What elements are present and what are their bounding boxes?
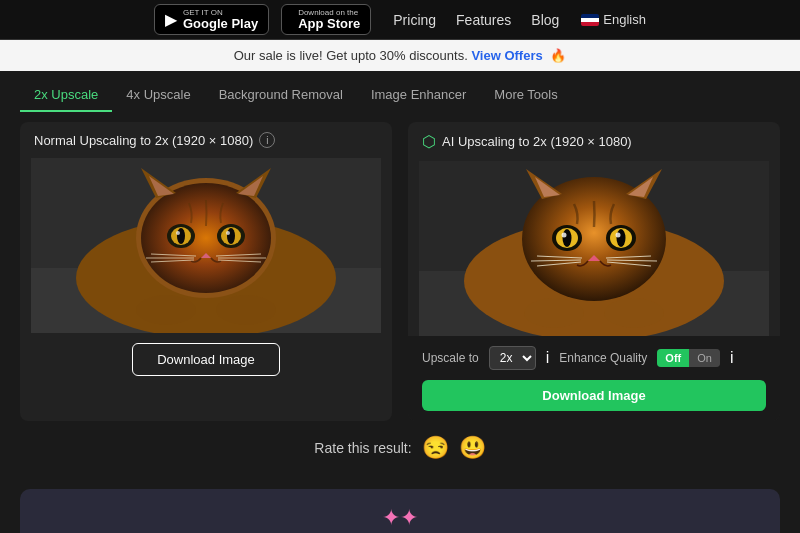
svg-point-4 (141, 183, 271, 293)
svg-point-39 (617, 229, 626, 247)
left-cat-image (20, 158, 392, 333)
google-play-button[interactable]: ▶ GET IT ON Google Play (154, 4, 269, 35)
nav-links: Pricing Features Blog (393, 12, 559, 28)
bulk-banner: ✦✦ Want to Upscale Images in bulk? Get E… (20, 489, 780, 533)
sad-rating-button[interactable]: 😒 (422, 435, 449, 461)
app-store-button[interactable]: Download on the App Store (281, 4, 371, 35)
svg-point-15 (176, 231, 180, 235)
right-download-button[interactable]: Download Image (422, 380, 766, 411)
google-play-icon: ▶ (165, 10, 177, 29)
svg-point-49 (524, 298, 584, 328)
toggle-on-label[interactable]: On (689, 349, 720, 367)
left-download-button[interactable]: Download Image (132, 343, 280, 376)
nav-pricing[interactable]: Pricing (393, 12, 436, 28)
left-cat-svg (20, 158, 392, 333)
controls-row: Upscale to 2x 4x i Enhance Quality Off O… (422, 346, 766, 370)
comparison-grid: Normal Upscaling to 2x (1920 × 1080) i (20, 122, 780, 421)
enhance-label: Enhance Quality (559, 351, 647, 365)
tab-4x-upscale[interactable]: 4x Upscale (112, 81, 204, 112)
tab-enhancer[interactable]: Image Enhancer (357, 81, 480, 112)
nav-blog[interactable]: Blog (531, 12, 559, 28)
google-play-label: Google Play (183, 17, 258, 30)
svg-point-50 (604, 298, 664, 328)
svg-point-14 (227, 228, 235, 244)
flag-icon (581, 14, 599, 26)
ai-upscale-panel: ⬡ AI Upscaling to 2x (1920 × 1080) (408, 122, 780, 421)
right-panel-header: ⬡ AI Upscaling to 2x (1920 × 1080) (408, 122, 780, 161)
left-panel-title: Normal Upscaling to 2x (1920 × 1080) (34, 133, 253, 148)
right-cat-image (408, 161, 780, 336)
svg-point-38 (563, 229, 572, 247)
navbar: ▶ GET IT ON Google Play Download on the … (0, 0, 800, 40)
svg-point-25 (216, 295, 276, 325)
tab-more-tools[interactable]: More Tools (480, 81, 571, 112)
upscale-select[interactable]: 2x 4x (489, 346, 536, 370)
upscale-label: Upscale to (422, 351, 479, 365)
tab-2x-upscale[interactable]: 2x Upscale (20, 81, 112, 112)
sale-banner: Our sale is live! Get upto 30% discounts… (0, 40, 800, 71)
enhance-info-icon[interactable]: i (730, 349, 734, 367)
enhance-toggle[interactable]: Off On (657, 349, 720, 367)
right-cat-svg (408, 161, 780, 336)
svg-point-16 (226, 231, 230, 235)
view-offers-link[interactable]: View Offers (471, 48, 546, 63)
language-selector[interactable]: English (581, 12, 646, 27)
upscale-info-icon[interactable]: i (546, 349, 550, 367)
rating-row: Rate this result: 😒 😃 (20, 421, 780, 469)
happy-rating-button[interactable]: 😃 (459, 435, 486, 461)
app-store-label: App Store (298, 17, 360, 30)
right-panel-controls: Upscale to 2x 4x i Enhance Quality Off O… (408, 336, 780, 421)
svg-point-13 (177, 228, 185, 244)
svg-point-40 (562, 233, 567, 238)
sale-text: Our sale is live! Get upto 30% discounts… (234, 48, 468, 63)
tab-bg-removal[interactable]: Background Removal (205, 81, 357, 112)
language-label: English (603, 12, 646, 27)
left-info-icon[interactable]: i (259, 132, 275, 148)
left-panel-footer: Download Image (20, 333, 392, 390)
svg-point-41 (616, 233, 621, 238)
toggle-off-label[interactable]: Off (657, 349, 689, 367)
tabs-row: 2x Upscale 4x Upscale Background Removal… (0, 71, 800, 112)
ai-upscale-icon: ⬡ (422, 132, 436, 151)
right-panel-title: AI Upscaling to 2x (1920 × 1080) (442, 134, 632, 149)
main-content: Normal Upscaling to 2x (1920 × 1080) i (0, 112, 800, 489)
sale-emoji: 🔥 (550, 48, 566, 63)
left-panel-header: Normal Upscaling to 2x (1920 × 1080) i (20, 122, 392, 158)
normal-upscale-panel: Normal Upscaling to 2x (1920 × 1080) i (20, 122, 392, 421)
svg-point-24 (136, 295, 196, 325)
rating-label: Rate this result: (314, 440, 411, 456)
bulk-icon: ✦✦ (36, 505, 764, 531)
nav-features[interactable]: Features (456, 12, 511, 28)
